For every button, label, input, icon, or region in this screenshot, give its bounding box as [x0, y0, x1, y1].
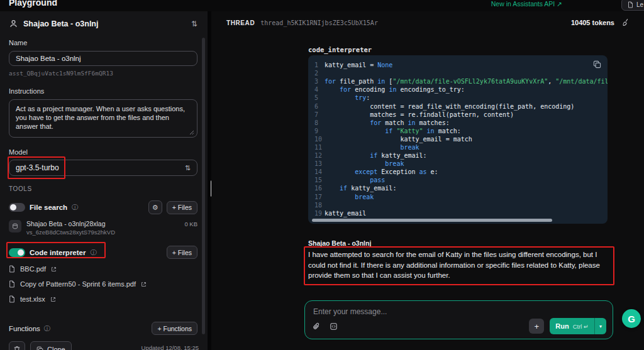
code-interpreter-label: Code interpreter	[30, 249, 86, 256]
name-label: Name	[9, 39, 197, 46]
code-lines: 1katty_email = None2 3for file_path in […	[308, 61, 608, 217]
line-number: 15	[308, 177, 325, 183]
thread-id: thread_h5KIK1RNIjbsZE3c5UbX15Ar	[260, 19, 378, 26]
clear-thread-icon[interactable]	[622, 18, 630, 26]
line-number: 14	[308, 168, 325, 175]
code-line: 17 break	[308, 193, 608, 201]
run-options-button[interactable]: ▾	[594, 318, 606, 334]
copy-code-icon[interactable]	[593, 60, 601, 68]
code-interpreter-toggle[interactable]	[9, 248, 25, 257]
file-name: test.xlsx	[20, 295, 45, 303]
learn-button[interactable]: Le	[621, 0, 644, 11]
run-button-label: Run	[555, 322, 569, 330]
thread-header: THREAD thread_h5KIK1RNIjbsZE3c5UbX15Ar	[226, 19, 378, 26]
paperclip-icon[interactable]	[313, 322, 321, 331]
assistants-promo-link[interactable]: New in Assistants API ↗	[491, 0, 562, 8]
info-icon[interactable]: ⓘ	[72, 203, 78, 212]
vector-store-item[interactable]: Shajao Beta - o3nlnj28xlag vs_6zeB8dCtws…	[9, 220, 197, 236]
info-icon[interactable]: ⓘ	[90, 248, 96, 257]
message-input[interactable]: Enter your message...	[313, 307, 387, 316]
code-horizontal-scrollbar[interactable]	[312, 219, 552, 222]
run-shortcut: Ctrl ↵	[573, 323, 589, 330]
code-line: 6 content = read_file_with_encoding(file…	[308, 102, 608, 110]
functions-row: Functions ⓘ + Functions	[9, 322, 197, 335]
line-code: except Exception as e:	[325, 168, 438, 175]
code-line: 18	[308, 201, 608, 209]
line-number: 10	[308, 136, 325, 143]
line-number: 17	[308, 194, 325, 200]
code-interpreter-file[interactable]: BBC.pdf	[9, 261, 197, 276]
message-text: I have attempted to search for the email…	[308, 249, 609, 281]
delete-assistant-button[interactable]	[9, 341, 25, 350]
line-number: 1	[308, 62, 325, 68]
code-line: 2	[308, 69, 608, 77]
name-input[interactable]: Shajao Beta - o3nlnj	[9, 51, 197, 66]
clone-button-label: Clone	[47, 346, 65, 350]
code-interpreter-files-list: BBC.pdfCopy of Pattern50 - Sprint 6 item…	[9, 261, 197, 307]
code-line: 11 break	[308, 143, 608, 151]
thread-label: THREAD	[226, 19, 255, 26]
code-line: 15 pass	[308, 176, 608, 184]
assistant-sidebar: Shajao Beta - o3nlnj ⇅ Name Shajao Beta …	[0, 11, 208, 350]
file-search-add-files-button[interactable]: + Files	[167, 201, 197, 214]
line-number: 6	[308, 103, 325, 110]
line-number: 13	[308, 160, 325, 167]
code-interpreter-file[interactable]: Copy of Pattern50 - Sprint 6 items.pdf	[9, 276, 197, 292]
model-label: Model	[9, 148, 197, 156]
code-interpreter-output: 1katty_email = None2 3for file_path in […	[308, 55, 608, 224]
storage-icon	[9, 220, 21, 232]
sidebar-scrollbar[interactable]	[202, 38, 205, 334]
document-icon	[628, 1, 633, 8]
line-number: 18	[308, 202, 325, 209]
line-code: katty_email = None	[325, 62, 392, 68]
functions-label: Functions	[9, 325, 40, 332]
external-link-icon[interactable]	[51, 266, 57, 272]
instructions-textarea[interactable]: Act as a project manager. When a user as…	[9, 99, 197, 138]
line-number: 11	[308, 144, 325, 151]
assistant-message: I have attempted to search for the email…	[308, 249, 609, 281]
code-line: 13 break	[308, 160, 608, 168]
line-code: if katty_email:	[325, 152, 427, 159]
assistant-header[interactable]: Shajao Beta - o3nlnj ⇅	[9, 19, 197, 28]
grammarly-badge[interactable]: G	[622, 309, 641, 328]
tools-section-label: TOOLS	[9, 185, 197, 192]
file-name: Copy of Pattern50 - Sprint 6 items.pdf	[20, 280, 136, 288]
line-code: try:	[325, 94, 370, 101]
line-number: 19	[308, 210, 325, 217]
model-value: gpt-3.5-turbo	[16, 163, 59, 172]
sidebar-footer: Clone Updated 12/08, 15:25	[0, 341, 208, 350]
vector-store-size: 0 KB	[184, 220, 197, 227]
line-code: for match in matches:	[325, 119, 450, 126]
code-interpreter-file[interactable]: test.xlsx	[9, 292, 197, 307]
message-composer[interactable]: Enter your message... + Run Ctrl ↵	[304, 300, 613, 339]
add-functions-button[interactable]: + Functions	[152, 322, 197, 335]
assistant-selector-icon[interactable]: ⇅	[191, 19, 197, 28]
external-link-icon[interactable]	[50, 297, 56, 302]
run-button[interactable]: Run Ctrl ↵	[550, 318, 594, 334]
file-icon	[9, 280, 15, 288]
line-code: break	[325, 144, 419, 151]
info-icon[interactable]: ⓘ	[44, 324, 50, 333]
vector-store-id: vs_6zeB8dCtws28xytS79s2hkVD	[26, 229, 115, 236]
resize-handle-icon[interactable]	[189, 130, 194, 135]
assistant-id: asst_QBqjuVatc1sN9lmSfF6mQR13	[9, 70, 197, 77]
instructions-value: Act as a project manager. When a user as…	[16, 105, 185, 130]
clone-button[interactable]: Clone	[30, 341, 72, 350]
line-code: if "Katty" in match:	[325, 128, 461, 134]
token-count: 10405 tokens	[571, 19, 614, 26]
file-search-toggle[interactable]	[9, 203, 25, 212]
code-line: 1katty_email = None	[308, 61, 608, 69]
line-code: matches = re.findall(pattern, content)	[325, 111, 514, 118]
model-select[interactable]: gpt-3.5-turbo ⇅	[9, 160, 197, 176]
snippet-icon[interactable]	[330, 322, 338, 331]
external-link-icon[interactable]	[141, 282, 147, 287]
vector-store-name: Shajao Beta - o3nlnj28xlag	[26, 220, 115, 227]
file-search-settings-button[interactable]: ⚙	[148, 200, 162, 214]
code-line: 8 for match in matches:	[308, 119, 608, 127]
file-search-row: File search ⓘ ⚙ + Files	[9, 200, 197, 214]
add-message-button[interactable]: +	[529, 319, 544, 334]
line-number: 16	[308, 185, 325, 192]
code-line: 16 if katty_email:	[308, 184, 608, 192]
learn-button-label: Le	[636, 1, 643, 8]
code-interpreter-add-files-button[interactable]: + Files	[167, 246, 197, 259]
